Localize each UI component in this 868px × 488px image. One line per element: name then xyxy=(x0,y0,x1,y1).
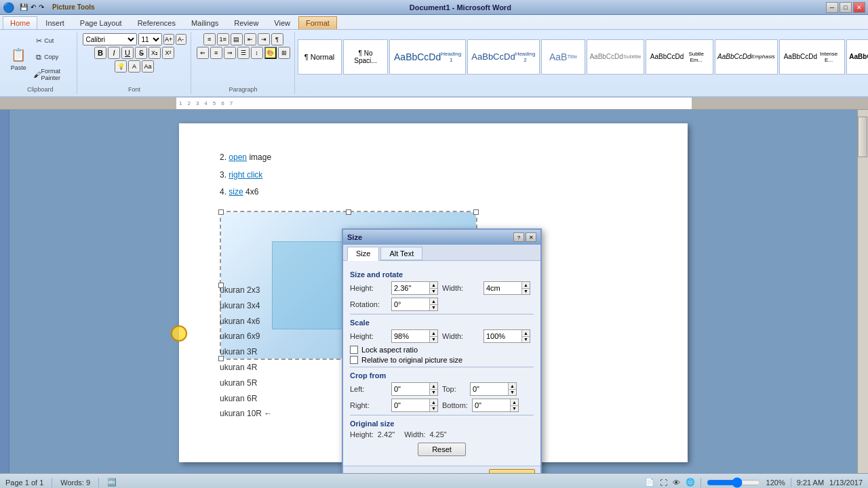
open-link[interactable]: open xyxy=(229,152,247,162)
reset-button[interactable]: Reset xyxy=(418,443,466,456)
scroll-thumb[interactable] xyxy=(858,117,867,157)
font-shrink-button[interactable]: A- xyxy=(176,34,186,45)
justify-button[interactable]: ☰ xyxy=(237,47,250,59)
scrollbar-vertical[interactable] xyxy=(857,110,868,473)
cr-spin-down[interactable]: ▼ xyxy=(430,406,437,412)
cb-spin-up[interactable]: ▲ xyxy=(511,399,518,406)
tab-size[interactable]: Size xyxy=(347,247,379,261)
width-input[interactable] xyxy=(484,282,521,294)
style-normal[interactable]: ¶ Normal xyxy=(298,39,342,75)
shading-button[interactable]: 🎨 xyxy=(264,47,277,59)
zoom-slider[interactable] xyxy=(707,477,761,488)
style-subtitle[interactable]: AaBbCcDdSubtitle xyxy=(587,39,644,75)
text-highlight-button[interactable]: 💡 xyxy=(115,60,127,73)
quick-access-undo[interactable]: ↶ xyxy=(31,3,36,11)
sw-spin-up[interactable]: ▲ xyxy=(522,330,530,337)
cb-spin-down[interactable]: ▼ xyxy=(511,406,518,412)
rotation-spin-down[interactable]: ▼ xyxy=(430,305,437,311)
copy-button[interactable]: ⧉ Copy xyxy=(30,49,72,64)
height-spin-down[interactable]: ▼ xyxy=(430,289,437,295)
tab-page-layout[interactable]: Page Layout xyxy=(73,16,130,29)
align-right-button[interactable]: ⇒ xyxy=(224,47,236,59)
tab-format[interactable]: Format xyxy=(298,16,337,29)
dialog-help-button[interactable]: ? xyxy=(513,232,524,242)
view-web[interactable]: 🌐 xyxy=(686,478,695,487)
rotation-spin-up[interactable]: ▲ xyxy=(430,298,437,305)
font-size-select[interactable]: 11 xyxy=(138,33,162,45)
quick-access-save[interactable]: 💾 xyxy=(20,3,28,11)
italic-button[interactable]: I xyxy=(108,47,120,59)
bullets-button[interactable]: ≡ xyxy=(203,33,216,45)
close-window-button[interactable]: ✕ xyxy=(853,2,865,13)
increase-indent-button[interactable]: ⇥ xyxy=(258,33,270,45)
style-strong[interactable]: AaBbCcDdStrong xyxy=(846,39,868,75)
tab-view[interactable]: View xyxy=(267,16,298,29)
bold-button[interactable]: B xyxy=(94,47,106,59)
lock-aspect-checkbox[interactable] xyxy=(350,346,358,354)
multilevel-button[interactable]: ▤ xyxy=(231,33,243,45)
crop-bottom-input[interactable] xyxy=(473,399,510,411)
line-spacing-button[interactable]: ↕ xyxy=(251,47,263,59)
spell-check-icon[interactable]: 🔤 xyxy=(107,478,117,487)
numbering-button[interactable]: 1≡ xyxy=(217,33,229,45)
tab-alt-text[interactable]: Alt Text xyxy=(380,247,422,260)
handle-tr[interactable] xyxy=(473,209,479,215)
crop-left-input[interactable] xyxy=(392,383,429,395)
style-no-spacing[interactable]: ¶ No Spaci... xyxy=(343,39,389,75)
view-print[interactable]: 📄 xyxy=(645,478,654,487)
close-dialog-button[interactable]: Close xyxy=(489,469,535,473)
cr-spin-up[interactable]: ▲ xyxy=(430,399,437,406)
scale-width-input[interactable] xyxy=(484,330,521,342)
subscript-button[interactable]: X₂ xyxy=(149,47,161,59)
height-input[interactable] xyxy=(392,282,429,294)
tab-insert[interactable]: Insert xyxy=(38,16,72,29)
cl-spin-down[interactable]: ▼ xyxy=(430,390,437,396)
style-heading1[interactable]: AaBbCcDdHeading 1 xyxy=(389,39,465,75)
width-spin-up[interactable]: ▲ xyxy=(522,282,530,289)
tab-references[interactable]: References xyxy=(130,16,183,29)
quick-access-redo[interactable]: ↷ xyxy=(39,3,44,11)
crop-right-input[interactable] xyxy=(392,399,429,411)
font-name-select[interactable]: Calibri xyxy=(83,33,137,45)
strikethrough-button[interactable]: S̶ xyxy=(135,47,147,59)
minimize-button[interactable]: ─ xyxy=(826,2,838,13)
ct-spin-down[interactable]: ▼ xyxy=(509,390,516,396)
height-spin-up[interactable]: ▲ xyxy=(430,282,437,289)
handle-tl[interactable] xyxy=(218,209,224,215)
align-center-button[interactable]: ≡ xyxy=(210,47,222,59)
relative-original-checkbox[interactable] xyxy=(350,356,358,364)
sh-spin-up[interactable]: ▲ xyxy=(430,330,437,337)
size-link[interactable]: size xyxy=(229,187,243,197)
border-button[interactable]: ⊞ xyxy=(278,47,290,59)
sh-spin-down[interactable]: ▼ xyxy=(430,337,437,343)
style-intense-em[interactable]: AaBbCcDdIntense E... xyxy=(779,39,845,75)
view-reading[interactable]: 👁 xyxy=(673,479,680,487)
tab-review[interactable]: Review xyxy=(226,16,266,29)
cut-button[interactable]: ✂ Cut xyxy=(30,33,72,48)
align-left-button[interactable]: ⇐ xyxy=(197,47,209,59)
font-grow-button[interactable]: A+ xyxy=(163,34,174,45)
style-emphasis[interactable]: AaBbCcDdEmphasis xyxy=(715,39,778,75)
style-subtle-em[interactable]: AaBbCcDdSubtle Em... xyxy=(646,39,713,75)
view-fullscreen[interactable]: ⛶ xyxy=(660,479,667,487)
show-hide-button[interactable]: ¶ xyxy=(271,33,283,45)
superscript-button[interactable]: X² xyxy=(162,47,174,59)
decrease-indent-button[interactable]: ⇤ xyxy=(244,33,256,45)
handle-tm[interactable] xyxy=(346,209,351,215)
style-heading2[interactable]: AaBbCcDdHeading 2 xyxy=(467,39,540,75)
rotation-input[interactable] xyxy=(392,298,429,310)
tab-home[interactable]: Home xyxy=(3,16,37,29)
font-color-button[interactable]: A xyxy=(128,60,140,73)
format-painter-button[interactable]: 🖌 Format Painter xyxy=(30,66,72,83)
paste-button[interactable]: 📋 Paste xyxy=(8,43,28,73)
dialog-close-button[interactable]: ✕ xyxy=(526,232,536,242)
maximize-button[interactable]: □ xyxy=(840,2,852,13)
cl-spin-up[interactable]: ▲ xyxy=(430,383,437,390)
clear-format-button[interactable]: Aa xyxy=(142,60,154,73)
style-title[interactable]: AaBTitle xyxy=(541,39,585,75)
underline-button[interactable]: U xyxy=(121,47,134,59)
width-spin-down[interactable]: ▼ xyxy=(522,289,530,295)
ct-spin-up[interactable]: ▲ xyxy=(509,383,516,390)
scale-height-input[interactable] xyxy=(392,330,429,342)
right-click-link[interactable]: right click xyxy=(229,170,262,180)
